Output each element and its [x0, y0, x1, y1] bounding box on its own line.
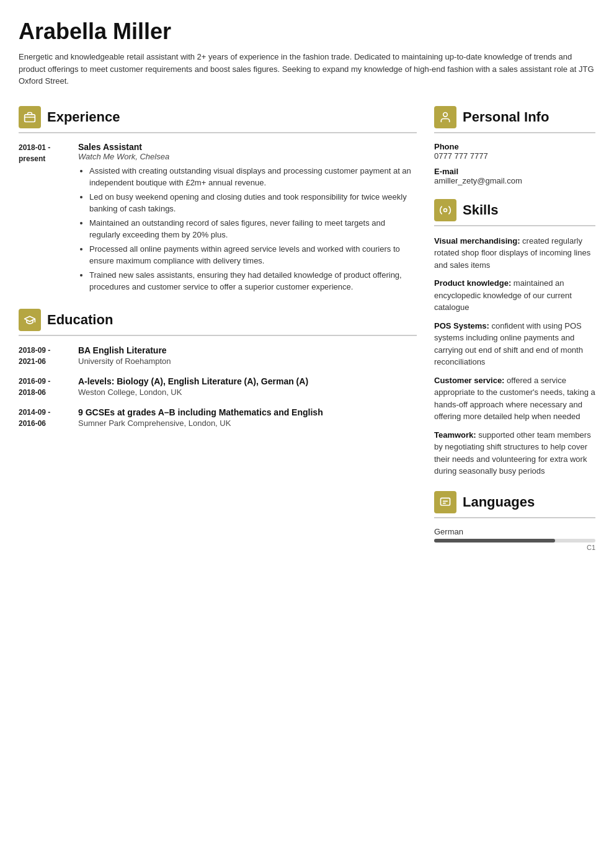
skill-name-0: Visual merchandising: — [434, 236, 520, 246]
svg-point-3 — [444, 208, 447, 211]
resume-page: Arabella Miller Energetic and knowledgea… — [0, 0, 614, 868]
exp-title-0: Sales Assistant — [78, 142, 417, 152]
phone-item: Phone 0777 777 7777 — [434, 142, 595, 161]
skill-0: Visual merchandising: created regularly … — [434, 235, 595, 272]
exp-item-0: 2018-01 - present Sales Assistant Watch … — [19, 142, 417, 295]
skills-title: Skills — [463, 202, 498, 218]
edu-school-1: Weston College, London, UK — [78, 388, 417, 397]
personal-info-icon — [434, 106, 456, 128]
education-title: Education — [47, 312, 113, 328]
experience-icon — [19, 106, 41, 128]
edu-content-0: BA English Literature University of Roeh… — [78, 345, 417, 367]
edu-school-0: University of Roehampton — [78, 356, 417, 366]
edu-content-2: 9 GCSEs at grades A–B including Mathemat… — [78, 407, 417, 429]
exp-company-0: Watch Me Work, Chelsea — [78, 152, 417, 161]
personal-info-title: Personal Info — [463, 109, 549, 125]
left-column: Experience 2018-01 - present Sales Assis… — [19, 106, 417, 850]
edu-dates-2: 2014-09 - 2016-06 — [19, 407, 68, 429]
edu-school-2: Sumner Park Comprehensive, London, UK — [78, 418, 417, 428]
email-value: amiller_zety@gmail.com — [434, 176, 595, 185]
edu-content-1: A-levels: Biology (A), English Literatur… — [78, 376, 417, 398]
bullet-1: Led on busy weekend opening and closing … — [89, 191, 417, 215]
skill-1: Product knowledge: maintained an encyclo… — [434, 277, 595, 314]
bullet-4: Trained new sales assistants, ensuring t… — [89, 269, 417, 293]
edu-degree-0: BA English Literature — [78, 345, 417, 357]
skill-name-3: Customer service: — [434, 376, 504, 385]
edu-item-2: 2014-09 - 2016-06 9 GCSEs at grades A–B … — [19, 407, 417, 429]
edu-item-1: 2016-09 - 2018-06 A-levels: Biology (A),… — [19, 376, 417, 398]
experience-divider — [19, 132, 417, 133]
experience-title: Experience — [47, 109, 120, 125]
skills-section: Skills Visual merchandising: created reg… — [434, 199, 595, 477]
bullet-2: Maintained an outstanding record of sale… — [89, 217, 417, 241]
header: Arabella Miller Energetic and knowledgea… — [19, 19, 595, 99]
languages-section: Languages German C1 — [434, 491, 595, 551]
phone-value: 0777 777 7777 — [434, 151, 595, 161]
skills-icon — [434, 199, 456, 221]
summary: Energetic and knowledgeable retail assis… — [19, 51, 595, 87]
education-section: Education 2018-09 - 2021-06 BA English L… — [19, 309, 417, 429]
edu-item-0: 2018-09 - 2021-06 BA English Literature … — [19, 345, 417, 367]
exp-content-0: Sales Assistant Watch Me Work, Chelsea A… — [78, 142, 417, 295]
skills-divider — [434, 225, 595, 226]
phone-label: Phone — [434, 142, 595, 151]
svg-rect-0 — [25, 114, 35, 122]
skill-name-2: POS Systems: — [434, 321, 489, 330]
education-icon — [19, 309, 41, 331]
experience-section: Experience 2018-01 - present Sales Assis… — [19, 106, 417, 295]
edu-dates-0: 2018-09 - 2021-06 — [19, 345, 68, 367]
skill-name-4: Teamwork: — [434, 430, 476, 440]
education-header: Education — [19, 309, 417, 331]
edu-degree-2: 9 GCSEs at grades A–B including Mathemat… — [78, 407, 417, 419]
languages-header: Languages — [434, 491, 595, 513]
email-item: E-mail amiller_zety@gmail.com — [434, 167, 595, 185]
skill-3: Customer service: offered a service appr… — [434, 374, 595, 423]
language-bar-fill-0 — [434, 539, 555, 542]
skill-2: POS Systems: confident with using POS sy… — [434, 320, 595, 368]
edu-degree-1: A-levels: Biology (A), English Literatur… — [78, 376, 417, 388]
personal-info-divider — [434, 132, 595, 133]
edu-dates-1: 2016-09 - 2018-06 — [19, 376, 68, 398]
languages-title: Languages — [463, 494, 535, 510]
bullet-0: Assisted with creating outstanding visua… — [89, 165, 417, 189]
language-0: German C1 — [434, 527, 595, 551]
exp-dates-0: 2018-01 - present — [19, 142, 68, 295]
exp-bullets-0: Assisted with creating outstanding visua… — [78, 165, 417, 293]
candidate-name: Arabella Miller — [19, 19, 595, 45]
languages-divider — [434, 517, 595, 518]
skill-4: Teamwork: supported other team members b… — [434, 429, 595, 477]
bullet-3: Processed all online payments within agr… — [89, 243, 417, 267]
language-bar-bg-0 — [434, 539, 595, 542]
personal-info-header: Personal Info — [434, 106, 595, 128]
languages-icon — [434, 491, 456, 513]
language-level-0: C1 — [434, 544, 595, 551]
experience-header: Experience — [19, 106, 417, 128]
personal-info-section: Personal Info Phone 0777 777 7777 E-mail… — [434, 106, 595, 185]
main-layout: Experience 2018-01 - present Sales Assis… — [19, 106, 595, 850]
right-column: Personal Info Phone 0777 777 7777 E-mail… — [434, 106, 595, 850]
skill-name-1: Product knowledge: — [434, 278, 511, 288]
svg-point-2 — [443, 112, 448, 117]
education-divider — [19, 335, 417, 336]
language-name-0: German — [434, 527, 595, 536]
skills-header: Skills — [434, 199, 595, 221]
email-label: E-mail — [434, 167, 595, 176]
